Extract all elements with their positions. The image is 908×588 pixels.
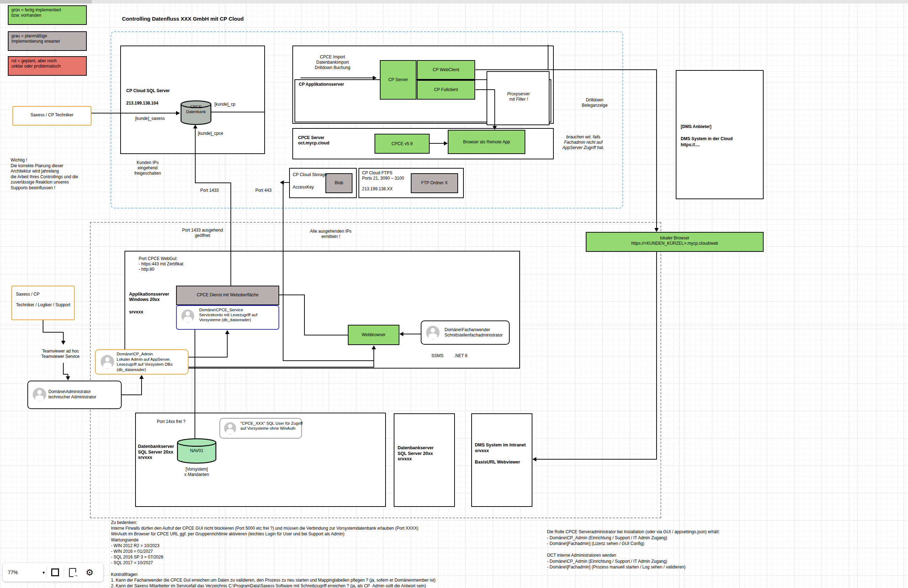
connector bbox=[227, 333, 228, 358]
vorsystem-label: [Vorsystem] x Mandanten bbox=[175, 467, 218, 477]
cpce-xxx-sql-user-label: "CPCE_XXX" SQL User für Zugriff auf Vors… bbox=[240, 421, 303, 431]
alle-ips-note: Alle ausgehenden IPs ermitteln ! bbox=[304, 229, 357, 239]
lokaler-browser-label: lokaler Browser https://<KUNDEN_KÜRZEL>.… bbox=[586, 235, 764, 246]
datenbankserver1-title: Datenbankserver SQL Server 20xx srvxxx bbox=[138, 444, 174, 461]
connector bbox=[548, 45, 549, 70]
storage-title: CP Cloud Storage bbox=[293, 172, 327, 177]
cp-admin-label: Domäne\CP_Admin Lokaler Admin auf AppSer… bbox=[117, 351, 172, 372]
net6-label: .NET 6 bbox=[454, 353, 467, 359]
connector bbox=[279, 295, 305, 295]
person-icon bbox=[101, 355, 114, 369]
port-14xx-note: Port 14xx frei ? bbox=[157, 419, 186, 424]
ftps-title: CP Cloud FTPS Ports 21, 3090 – 3100 bbox=[362, 171, 404, 181]
connector bbox=[92, 113, 177, 113]
cp-server-label: CP Server bbox=[380, 77, 417, 82]
connector bbox=[283, 360, 374, 361]
applikationsserver-title: Applikationsserver Windows 20xx bbox=[129, 292, 169, 302]
browser-remote-app-label: Browser als Remote App bbox=[448, 139, 525, 145]
proxyserver-note: Proxyserver mit Filter ! bbox=[490, 92, 547, 102]
nav01-label: NAV01 bbox=[176, 448, 217, 454]
datenbankserver2-title: Datenbankserver SQL Server 20xx srvxxx bbox=[398, 445, 433, 462]
sql-server-ip: 213.199.138.104 bbox=[126, 101, 158, 106]
cpce-service-account-label: Domäne\CPCE_Service Servicekonto mit Les… bbox=[199, 307, 257, 322]
kunden-ips-note: Kunden IPs eingehend freigeschalten bbox=[124, 160, 171, 176]
arrowhead bbox=[654, 228, 659, 232]
h-scrollbar-thumb[interactable] bbox=[0, 0, 92, 3]
connector bbox=[304, 295, 305, 335]
fullscreen-button[interactable] bbox=[47, 564, 64, 581]
connector bbox=[304, 335, 348, 335]
arrowhead bbox=[493, 126, 497, 130]
connector bbox=[430, 143, 444, 144]
ftps-ip: 213.199.138.XX bbox=[362, 186, 393, 192]
drilldown-note: Drilldown Beleganzeige bbox=[554, 97, 636, 108]
connector bbox=[656, 69, 657, 229]
export-page-icon bbox=[69, 568, 76, 577]
cpce-server-title: CPCE Server oct.mycp.cloud bbox=[298, 135, 329, 146]
zoom-level-value: 77% bbox=[8, 570, 18, 575]
gear-icon: ⚙ bbox=[86, 568, 93, 577]
arrowhead bbox=[533, 457, 536, 461]
zoom-level-dropdown[interactable]: 77% ▾ bbox=[3, 570, 46, 575]
connector bbox=[534, 459, 657, 459]
port-1433-label: Port 1433 bbox=[200, 188, 219, 193]
cpce-import-note: CPCE Import Datenbankimport Drilldown Bu… bbox=[299, 55, 366, 71]
connector bbox=[122, 395, 142, 395]
kunde-saxess-label: [kunde]_saxess bbox=[135, 116, 165, 121]
arrowhead bbox=[61, 341, 66, 345]
remote-app-note: brauchen wir, falls Fachadmin nicht auf … bbox=[546, 134, 621, 150]
notes-rollen: Die Rolle CPCE Serveradministrator bei I… bbox=[547, 529, 828, 570]
saxess-techniker-label: Saxess / CP Techniker bbox=[13, 113, 92, 118]
notes-zu-bedenken: Zu bedenken: Interne Firwalls dürfen den… bbox=[111, 520, 555, 588]
ftp-ordner-label: FTP Ordner X bbox=[411, 180, 458, 186]
arrowhead bbox=[139, 375, 144, 379]
page-boundary bbox=[857, 0, 858, 588]
arrowhead bbox=[444, 141, 448, 145]
chevron-down-icon: ▾ bbox=[42, 570, 45, 575]
connector bbox=[656, 252, 657, 459]
legend-green-label: grün = fertig implementiert bzw. vorhand… bbox=[11, 8, 84, 18]
connector bbox=[195, 128, 196, 183]
applikationsserver-host: srvxxx bbox=[129, 309, 143, 315]
saxess-support-box bbox=[11, 286, 75, 320]
blob-label: Blob bbox=[325, 180, 353, 186]
connector bbox=[195, 330, 195, 439]
person-icon bbox=[181, 309, 194, 322]
connector bbox=[374, 349, 374, 367]
connector bbox=[188, 367, 374, 367]
port-443-label: Port 443 bbox=[255, 188, 271, 193]
wichtig-note: Wichtig ! Die korrekte Planung dieser Ar… bbox=[11, 158, 118, 191]
ssms-label: SSMS bbox=[431, 353, 443, 359]
connector bbox=[63, 363, 64, 375]
connector bbox=[475, 69, 656, 70]
connector bbox=[301, 77, 374, 78]
arrowhead bbox=[176, 111, 180, 115]
person-icon bbox=[224, 422, 236, 434]
dms-anbieter-label: [DMS Anbieter] DMS System in der Cloud h… bbox=[681, 124, 761, 148]
h-scrollbar-track[interactable] bbox=[0, 0, 908, 3]
webbrowser-label: Webbrowser bbox=[348, 332, 399, 338]
connector bbox=[283, 182, 283, 361]
arrowhead bbox=[373, 76, 377, 80]
cp-fullclient-label: CP Fullclient bbox=[417, 87, 475, 92]
arrowhead bbox=[66, 376, 70, 380]
cp-applikationsserver-title: CP Applikationsserver bbox=[299, 82, 344, 87]
connector bbox=[43, 332, 64, 333]
person-icon bbox=[33, 388, 46, 401]
arrowhead bbox=[372, 345, 376, 349]
connector bbox=[43, 319, 43, 333]
port-1433-out-note: Port 1433 ausgehend geöffnet bbox=[170, 228, 235, 238]
person-icon bbox=[426, 326, 440, 339]
kunde-cpce-label: [kunde]_cpce bbox=[198, 131, 223, 136]
cpce-v59-label: CPCE v5.9 bbox=[375, 141, 430, 147]
sql-server-title: CP Cloud SQL Server bbox=[126, 88, 170, 93]
export-page-button[interactable] bbox=[64, 564, 81, 581]
teamviewer-label: Teamviewer ad hoc Teamviewer Service bbox=[34, 349, 87, 359]
storage-accesskey: AccessKey bbox=[293, 185, 314, 190]
connector bbox=[403, 333, 421, 334]
settings-button[interactable]: ⚙ bbox=[81, 564, 98, 581]
cp-webclient-label: CP WebClient bbox=[417, 67, 475, 72]
cpce-dienst-label: CPCE Dienst mit Weboberfläche bbox=[176, 292, 279, 298]
arrowhead bbox=[399, 332, 403, 336]
connector bbox=[475, 89, 494, 90]
